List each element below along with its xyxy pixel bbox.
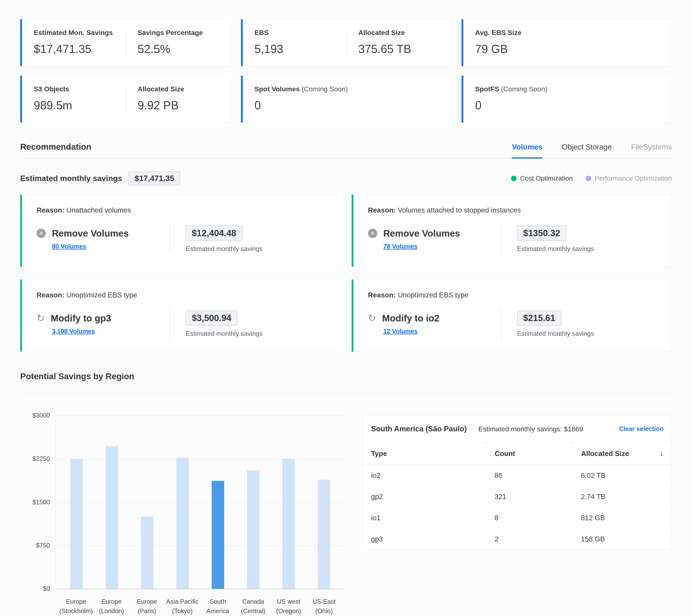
cell-size: 6.02 TB: [573, 465, 672, 486]
y-axis-label: $1500: [33, 498, 50, 506]
bar-Canada (Central)[interactable]: [247, 470, 260, 589]
remove-circle-icon: ✕: [368, 229, 377, 238]
x-axis-label: South America(São Paulo): [200, 597, 236, 616]
x-axis-label: Europe(London): [94, 597, 129, 616]
stat-label: Avg. EBS Size: [475, 29, 660, 37]
rec-value: $12,404.48 Estimated monthly savings: [170, 226, 326, 253]
rec-body: ↻ Modify to gp3 3,108 Volumes $3,500.94 …: [37, 309, 326, 339]
stat-value: 5,193: [255, 42, 335, 56]
value-caption: Estimated monthly savings: [186, 330, 326, 337]
bar-slot: [236, 416, 271, 589]
table-row: io1 8 812 GB: [363, 507, 672, 529]
x-axis-label: US west(Oregon): [271, 597, 306, 616]
rec-body: ↻ Modify to io2 12 Volumes $215.61 Estim…: [368, 309, 657, 339]
action-title: Modify to io2: [382, 313, 439, 324]
bar-Europe (Stockholm)[interactable]: [70, 459, 83, 589]
cell-size: 158 GB: [573, 529, 672, 550]
legend-cost-optimization: Cost Optimization: [511, 174, 572, 182]
rec-action: ↻ Modify to io2 12 Volumes: [368, 313, 501, 335]
stat-cell: Spot Volumes (Coming Soon) 0: [255, 85, 439, 112]
stats-row-1: Estimated Mon. Savings $17,471.35 Saving…: [20, 19, 672, 66]
bar-US East (Ohio)[interactable]: [318, 480, 330, 589]
stat-value: 52.5%: [137, 42, 218, 56]
refresh-icon: ↻: [37, 313, 45, 323]
stat-cell: Savings Percentage 52.5%: [137, 29, 218, 56]
stat-card-ebs: EBS 5,193 Allocated Size 375.65 TB: [241, 19, 451, 66]
rec-card-unattached-volumes: Reason: Unattached volumes ✕ Remove Volu…: [20, 195, 341, 267]
value-caption: Estimated monthly savings: [186, 245, 326, 253]
action-title: Remove Volumes: [383, 228, 460, 239]
tab-filesystems[interactable]: FileSystems: [631, 143, 672, 158]
divider: [347, 29, 347, 56]
stat-value: 79 GB: [475, 42, 660, 56]
panel-subtitle: Estimated monthly savings: $1869: [478, 425, 583, 433]
action-title: Remove Volumes: [52, 228, 129, 239]
cell-size: 812 GB: [573, 507, 672, 528]
clear-selection-link[interactable]: Clear selection: [619, 425, 664, 432]
bar-slot: [165, 416, 200, 589]
stat-card-spot-volumes: Spot Volumes (Coming Soon) 0: [241, 76, 451, 123]
savings-by-region-chart: $3000$2250$1500$750$0 Europe(Stockholm)E…: [20, 416, 345, 616]
cell-count: 8: [486, 507, 573, 528]
bar-slot: [129, 416, 165, 589]
savings-value-box: $12,404.48: [186, 226, 242, 241]
stat-cell: SpotFS (Coming Soon) 0: [475, 85, 660, 112]
column-header-allocated-size[interactable]: Allocated Size ↓: [573, 442, 672, 465]
region-section-title: Potential Savings by Region: [20, 371, 672, 394]
recommendation-header: Recommendation Volumes Object Storage Fi…: [20, 142, 672, 158]
column-header-count: Count: [486, 442, 573, 465]
reason-line: Reason: Volumes attached to stopped inst…: [368, 206, 657, 214]
stat-label-text: SpotFS: [475, 85, 499, 93]
stat-label: S3 Objects: [34, 85, 114, 93]
stat-label-text: Spot Volumes: [255, 85, 300, 93]
volumes-link[interactable]: 78 Volumes: [383, 243, 418, 250]
sort-desc-icon[interactable]: ↓: [653, 449, 664, 458]
tab-object-storage[interactable]: Object Storage: [562, 143, 612, 158]
rec-body: ✕ Remove Volumes 80 Volumes $12,404.48 E…: [37, 224, 326, 254]
rec-value: $1350.32 Estimated monthly savings: [501, 226, 657, 253]
rec-value: $3,500.94 Estimated monthly savings: [170, 311, 326, 337]
tab-volumes[interactable]: Volumes: [512, 143, 542, 158]
volumes-link[interactable]: 3,108 Volumes: [52, 328, 95, 335]
column-header-label: Allocated Size: [581, 449, 629, 458]
stat-label: Allocated Size: [358, 29, 439, 37]
table-header-row: Type Count Allocated Size ↓: [363, 442, 672, 465]
bar-Europe (London)[interactable]: [106, 446, 118, 589]
bar-Asia Pacific (Tokyo)[interactable]: [176, 458, 189, 589]
reason-line: Reason: Unattached volumes: [37, 206, 326, 214]
divider: [126, 29, 126, 56]
stat-label: EBS: [255, 29, 335, 37]
volumes-link[interactable]: 80 Volumes: [52, 243, 86, 250]
legend: Cost Optimization Performance Optimizati…: [511, 174, 672, 182]
cell-type: gp2: [363, 486, 486, 507]
action-row: ↻ Modify to gp3: [37, 313, 170, 324]
savings-value-box: $1350.32: [517, 226, 566, 241]
action-title: Modify to gp3: [51, 313, 111, 324]
bar-South America (São Paulo)[interactable]: [212, 481, 224, 589]
y-axis-label: $3000: [33, 412, 50, 419]
rec-action: ✕ Remove Volumes 80 Volumes: [37, 228, 170, 250]
bar-Europe (Paris)[interactable]: [141, 516, 153, 589]
value-caption: Estimated monthly savings: [517, 245, 657, 253]
y-axis-label: $0: [43, 585, 50, 592]
cell-size: 2.74 TB: [573, 486, 672, 507]
recommendation-cards: Reason: Unattached volumes ✕ Remove Volu…: [20, 195, 672, 352]
legend-label: Performance Optimization: [595, 174, 672, 182]
stat-card-spotfs: SpotFS (Coming Soon) 0: [461, 76, 672, 123]
x-axis-label: Asia Pacific(Tokyo): [165, 597, 200, 616]
savings-label: Estimated monthly savings: [20, 174, 122, 183]
stat-card-estimated-savings: Estimated Mon. Savings $17,471.35 Saving…: [20, 19, 231, 66]
y-axis-label: $2250: [33, 455, 50, 463]
refresh-icon: ↻: [368, 313, 376, 323]
stat-value: 375.65 TB: [358, 42, 439, 56]
bar-chart: $3000$2250$1500$750$0 Europe(Stockholm)E…: [20, 416, 345, 616]
x-axis-label: Europe(Paris): [129, 597, 165, 616]
volumes-link[interactable]: 12 Volumes: [383, 328, 418, 335]
savings-value-box: $3,500.94: [186, 311, 237, 325]
coming-soon-label: (Coming Soon): [501, 85, 547, 93]
reason-line: Reason: Unoptimized EBS type: [37, 291, 326, 299]
cell-count: 86: [486, 465, 573, 486]
bar-US west (Oregon)[interactable]: [282, 459, 295, 589]
stat-label: Allocated Size: [137, 85, 218, 93]
panel-header: South America (São Paulo) Estimated mont…: [363, 416, 672, 442]
